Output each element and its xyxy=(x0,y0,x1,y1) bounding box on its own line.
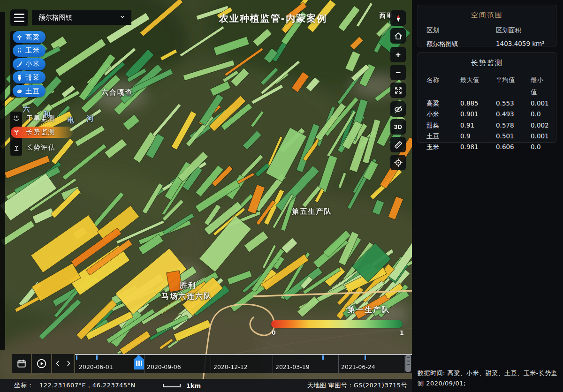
measure-button[interactable] xyxy=(390,137,406,152)
legend-min-label: 0 xyxy=(272,329,276,336)
view-3d-button[interactable]: 3D xyxy=(390,119,406,135)
growth-row-value: 0.9 xyxy=(460,131,496,142)
zoom-in-button[interactable]: + xyxy=(390,47,406,62)
area-value: 1403.4059 km² xyxy=(496,40,548,48)
timeline-data-tick xyxy=(76,355,77,360)
timeline-track[interactable]: 2020-06-012020-09-062020-12-122021-03-19… xyxy=(75,354,412,373)
tool-menu-item-1[interactable]: 干旱监测 xyxy=(26,114,55,123)
growth-row-value: 0.002 xyxy=(531,120,549,131)
play-button-box xyxy=(32,354,51,373)
map-place-label: 电 xyxy=(68,116,76,125)
step-buttons-box xyxy=(52,354,74,373)
timeline-date-label: 2021-03-19 xyxy=(275,363,310,370)
timeline-divider xyxy=(211,355,211,373)
fullscreen-icon xyxy=(394,86,403,95)
region-value: 额尔格图镇 xyxy=(426,40,496,48)
play-icon xyxy=(36,358,47,369)
growth-row-crop-name: 高粱 xyxy=(426,98,460,109)
tool-menu-item-2[interactable]: 长势监测 xyxy=(26,128,55,136)
hamburger-icon xyxy=(14,14,24,15)
sorghum-icon xyxy=(16,34,23,41)
timeline-scroll-handle[interactable] xyxy=(405,355,411,372)
map-place-label: 马场六连六队 xyxy=(161,292,212,302)
spatial-extent-card: 空间范围 区划 区划面积 额尔格图镇 1403.4059 km² xyxy=(418,5,556,46)
growth-row-value: 0.885 xyxy=(460,98,496,109)
region-column-header: 区划 xyxy=(426,26,496,35)
home-button[interactable] xyxy=(390,28,406,44)
crop-layer-button-1[interactable]: 高粱 xyxy=(13,31,46,43)
timeline-date-label: 2020-09-06 xyxy=(147,363,181,370)
growth-row-value: 0.0 xyxy=(531,109,549,120)
chevron-left-icon xyxy=(53,359,62,368)
growth-row-value: 0.606 xyxy=(496,142,531,152)
crop-layer-label: 玉米 xyxy=(25,46,40,55)
timeline-divider xyxy=(273,355,273,373)
growth-row-value: 0.553 xyxy=(496,98,531,109)
calendar-button[interactable] xyxy=(12,354,31,373)
map-canvas[interactable]: 六合嘎查第五生产队第一生产队胜利马场六连六队西里六和电河 额尔格图镇 农业种植监… xyxy=(0,0,412,392)
growth-monitor-title: 长势监测 xyxy=(426,59,548,68)
crop-layer-button-3[interactable]: 小米 xyxy=(13,58,46,70)
map-place-label: 胜利 xyxy=(180,281,197,291)
status-bar: 坐标： 122.231607°E，46.223745°N 1km 天地图 审图号… xyxy=(0,379,412,392)
crop-layer-button-5[interactable]: 土豆 xyxy=(13,85,46,97)
map-place-label: 六合嘎查 xyxy=(101,88,133,97)
locate-button[interactable] xyxy=(390,155,406,170)
growth-table-header: 最大值 xyxy=(460,74,496,98)
prev-date-button[interactable] xyxy=(52,354,63,373)
area-column-header: 区划面积 xyxy=(496,26,548,35)
hide-layers-button[interactable] xyxy=(390,101,406,117)
crop-layer-button-4[interactable]: 甜菜 xyxy=(13,71,46,83)
calendar-icon xyxy=(16,358,27,369)
beet-icon xyxy=(16,74,23,81)
growth-monitor-card: 长势监测 名称最大值平均值最小值高粱0.8850.5530.001小米0.901… xyxy=(418,53,556,143)
eye-off-icon xyxy=(394,105,403,114)
page-title: 农业种植监管-内蒙案例 xyxy=(219,12,327,25)
growth-row-value: 0.501 xyxy=(496,131,531,142)
ruler-icon xyxy=(394,140,403,150)
timeline-date-label: 2020-12-12 xyxy=(213,363,248,370)
satellite-map[interactable] xyxy=(0,0,412,392)
growth-row-crop-name: 玉米 xyxy=(426,142,460,152)
crop-layer-button-2[interactable]: 玉米 xyxy=(13,45,46,57)
map-place-label: 第一生产队 xyxy=(348,305,390,315)
region-selector-dropdown[interactable]: 额尔格图镇 xyxy=(32,10,131,25)
evaluate-icon xyxy=(13,144,21,152)
potato-icon xyxy=(16,88,23,95)
next-date-button[interactable] xyxy=(63,354,74,373)
map-place-label: 第五生产队 xyxy=(292,207,332,216)
compass-button[interactable] xyxy=(390,10,406,26)
growth-color-legend xyxy=(271,320,403,328)
growth-table-header: 平均值 xyxy=(496,74,531,98)
scale-bar xyxy=(163,384,181,387)
calendar-button-box xyxy=(12,354,31,373)
left-edge-strip xyxy=(0,12,5,350)
growth-table-header: 名称 xyxy=(426,74,460,98)
spatial-extent-title: 空间范围 xyxy=(426,11,548,20)
play-button[interactable] xyxy=(32,354,51,373)
growth-row-value: 0.493 xyxy=(496,109,531,120)
chevron-down-icon xyxy=(119,14,126,20)
timeline-data-tick xyxy=(365,355,366,360)
region-selector-value: 额尔格图镇 xyxy=(38,13,119,22)
tool-menu-item-3[interactable]: 长势评估 xyxy=(26,143,55,152)
growth-icon xyxy=(13,128,21,136)
legend-max-label: 1 xyxy=(400,329,404,336)
minus-icon: − xyxy=(396,68,401,77)
3d-icon: 3D xyxy=(394,124,402,130)
hamburger-menu-button[interactable] xyxy=(10,9,28,26)
drought-icon xyxy=(13,115,21,123)
millet-icon xyxy=(16,60,23,68)
growth-row-value: 0.981 xyxy=(460,142,496,152)
scale-label: 1km xyxy=(186,382,201,389)
timeline-divider xyxy=(144,355,145,373)
plus-icon: + xyxy=(396,50,401,59)
timeline-date-label: 2021-06-24 xyxy=(341,363,375,370)
fullscreen-button[interactable] xyxy=(390,83,406,98)
growth-row-crop-name: 甜菜 xyxy=(426,120,460,131)
info-panel: 空间范围 区划 区划面积 额尔格图镇 1403.4059 km² 长势监测 名称… xyxy=(412,0,563,392)
coordinates-value: 122.231607°E，46.223745°N xyxy=(39,381,136,390)
growth-row-crop-name: 土豆 xyxy=(426,131,460,142)
zoom-out-button[interactable]: − xyxy=(390,65,406,80)
growth-row-value: 0.0 xyxy=(531,142,549,152)
